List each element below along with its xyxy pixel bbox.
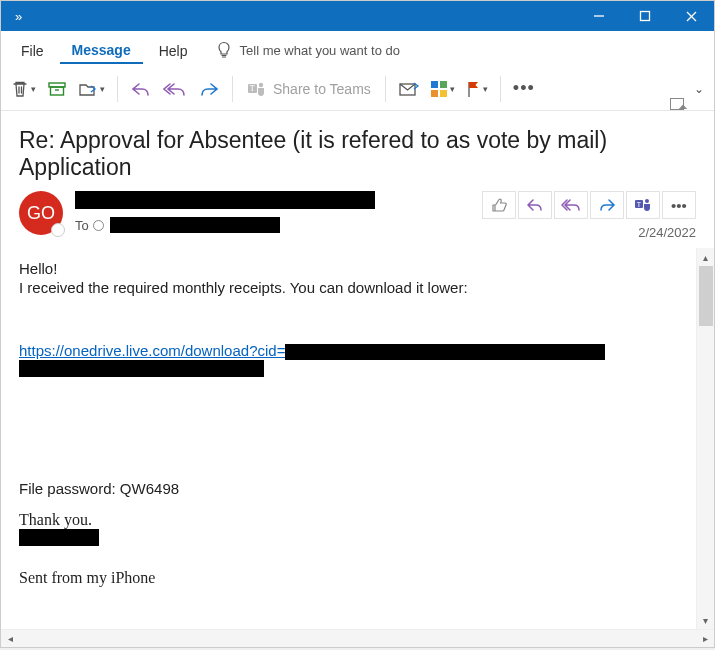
scroll-down-button[interactable]: ▾ bbox=[697, 611, 714, 629]
delete-button[interactable]: ▾ bbox=[7, 73, 40, 105]
quick-access-icon: » bbox=[1, 9, 20, 24]
outlook-message-window: » File Message Help Tell me what you wan… bbox=[0, 0, 715, 648]
scroll-up-button[interactable]: ▴ bbox=[697, 248, 714, 266]
body-thankyou: Thank you. bbox=[19, 511, 678, 529]
message-quick-actions: T ••• bbox=[482, 191, 696, 219]
menu-help[interactable]: Help bbox=[147, 37, 200, 63]
to-label: To bbox=[75, 218, 89, 233]
reply-button[interactable] bbox=[126, 73, 156, 105]
more-commands-button[interactable]: ••• bbox=[509, 73, 539, 105]
body-greeting: Hello! bbox=[19, 260, 678, 277]
svg-point-17 bbox=[645, 199, 649, 203]
body-password: File password: QW6498 bbox=[19, 480, 678, 497]
more-actions-button[interactable]: ••• bbox=[662, 191, 696, 219]
reply-all-quick-button[interactable] bbox=[554, 191, 588, 219]
chevron-down-icon: ▾ bbox=[483, 84, 488, 94]
body-link-line: https://onedrive.live.com/download?cid= bbox=[19, 342, 678, 360]
download-link[interactable]: https://onedrive.live.com/download?cid= bbox=[19, 342, 285, 359]
teams-icon: T bbox=[247, 80, 267, 98]
email-subject: Re: Approval for Absentee (it is refered… bbox=[1, 111, 714, 187]
scroll-thumb[interactable] bbox=[699, 266, 713, 326]
forward-quick-button[interactable] bbox=[590, 191, 624, 219]
svg-text:T: T bbox=[250, 84, 255, 93]
tell-me-label: Tell me what you want to do bbox=[240, 43, 400, 58]
link-redacted-1 bbox=[285, 344, 605, 360]
menu-message[interactable]: Message bbox=[60, 36, 143, 64]
separator bbox=[117, 76, 118, 102]
message-header: GO To bbox=[1, 187, 714, 248]
chevron-down-icon: ▾ bbox=[31, 84, 36, 94]
recipient-presence-icon bbox=[93, 220, 104, 231]
svg-rect-5 bbox=[51, 87, 64, 95]
reply-all-button[interactable] bbox=[158, 73, 192, 105]
tell-me-search[interactable]: Tell me what you want to do bbox=[216, 41, 400, 59]
chevron-down-icon: ▾ bbox=[450, 84, 455, 94]
minimize-button[interactable] bbox=[576, 1, 622, 31]
sender-name-redacted bbox=[75, 191, 474, 213]
sender-avatar[interactable]: GO bbox=[19, 191, 63, 235]
message-body: Hello! I received the required monthly r… bbox=[1, 248, 696, 629]
vertical-scrollbar[interactable]: ▴ ▾ bbox=[696, 248, 714, 629]
archive-button[interactable] bbox=[42, 73, 72, 105]
ribbon-options-icon[interactable] bbox=[670, 98, 684, 110]
body-intro: I received the required monthly receipts… bbox=[19, 279, 678, 296]
recipients-line: To bbox=[75, 217, 474, 233]
svg-text:T: T bbox=[637, 201, 642, 208]
mark-unread-button[interactable] bbox=[394, 73, 424, 105]
menu-bar: File Message Help Tell me what you want … bbox=[1, 31, 714, 69]
ribbon-toolbar: ▾ ▾ T Share to Teams ▾ bbox=[1, 69, 714, 111]
categorize-button[interactable]: ▾ bbox=[426, 73, 459, 105]
like-button[interactable] bbox=[482, 191, 516, 219]
maximize-button[interactable] bbox=[622, 1, 668, 31]
svg-point-9 bbox=[259, 82, 263, 86]
flag-button[interactable]: ▾ bbox=[461, 73, 492, 105]
presence-indicator bbox=[51, 223, 65, 237]
share-to-teams-button[interactable]: T Share to Teams bbox=[241, 80, 377, 98]
teams-quick-button[interactable]: T bbox=[626, 191, 660, 219]
svg-rect-12 bbox=[440, 81, 447, 88]
collapse-ribbon-icon[interactable]: ⌄ bbox=[694, 82, 704, 96]
link-redacted-2 bbox=[19, 360, 264, 377]
lightbulb-icon bbox=[216, 41, 232, 59]
chevron-down-icon: ▾ bbox=[100, 84, 105, 94]
close-button[interactable] bbox=[668, 1, 714, 31]
avatar-initials: GO bbox=[27, 203, 55, 224]
scroll-left-button[interactable]: ◂ bbox=[1, 630, 19, 648]
separator bbox=[232, 76, 233, 102]
title-bar: » bbox=[1, 1, 714, 31]
signature-redacted bbox=[19, 529, 99, 546]
separator bbox=[500, 76, 501, 102]
share-to-teams-label: Share to Teams bbox=[273, 81, 371, 97]
svg-rect-1 bbox=[641, 12, 650, 21]
svg-rect-13 bbox=[431, 90, 438, 97]
forward-button[interactable] bbox=[194, 73, 224, 105]
scroll-right-button[interactable]: ▸ bbox=[696, 630, 714, 648]
svg-rect-14 bbox=[440, 90, 447, 97]
menu-file[interactable]: File bbox=[9, 37, 56, 63]
email-date: 2/24/2022 bbox=[474, 225, 696, 240]
body-sent-from: Sent from my iPhone bbox=[19, 569, 678, 587]
recipient-redacted bbox=[110, 217, 280, 233]
separator bbox=[385, 76, 386, 102]
reply-quick-button[interactable] bbox=[518, 191, 552, 219]
svg-rect-11 bbox=[431, 81, 438, 88]
move-button[interactable]: ▾ bbox=[74, 73, 109, 105]
horizontal-scrollbar[interactable]: ◂ ▸ bbox=[1, 629, 714, 647]
